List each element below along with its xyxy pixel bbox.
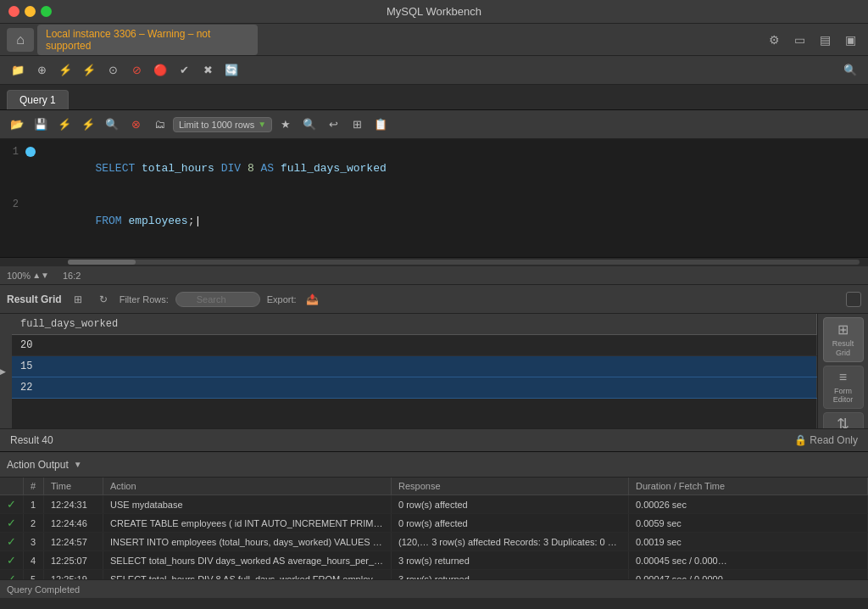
action-output-label: Action Output bbox=[7, 459, 69, 471]
col-response: Response bbox=[392, 478, 629, 495]
minimize-button[interactable] bbox=[25, 6, 36, 17]
editor-status-bar: 100% ▲▼ 16:2 bbox=[0, 266, 868, 285]
sql-line-2: 2 FROM employees; bbox=[0, 195, 868, 248]
col-num: # bbox=[24, 478, 44, 495]
cursor-position: 16:2 bbox=[63, 271, 81, 281]
zoom-up-icon[interactable]: ▲▼ bbox=[32, 271, 49, 280]
instance-label[interactable]: Local instance 3306 – Warning – not supp… bbox=[37, 25, 258, 55]
maximize-button[interactable] bbox=[41, 6, 52, 17]
wrap-icon[interactable]: ↩ bbox=[323, 115, 343, 135]
action-row[interactable]: ✓ 4 12:25:07 SELECT total_hours DIV days… bbox=[0, 551, 868, 570]
column-header-full-days-worked: full_days_worked bbox=[12, 314, 817, 335]
search-wrapper: 🔍 bbox=[175, 292, 260, 307]
action-num: 2 bbox=[24, 514, 44, 533]
action-num: 3 bbox=[24, 533, 44, 551]
grid-view-icon[interactable]: ⊞ bbox=[69, 290, 87, 309]
scrollbar-thumb[interactable] bbox=[68, 260, 136, 265]
grid-panel-icon: ⊞ bbox=[837, 321, 849, 338]
action-response: 0 row(s) affected bbox=[392, 495, 629, 514]
filter-rows-label: Filter Rows: bbox=[120, 294, 169, 304]
query-toolbar: 📂 💾 ⚡ ⚡ 🔍 ⊗ 🗂 Limit to 1000 rows ▼ ★ 🔍 ↩… bbox=[0, 110, 868, 139]
bottom-status-text: Query Completed bbox=[7, 584, 80, 595]
horizontal-scrollbar[interactable] bbox=[0, 258, 868, 266]
open-file-icon[interactable]: 📂 bbox=[7, 115, 27, 135]
table-row[interactable]: 20 bbox=[12, 335, 817, 356]
run-icon[interactable]: ⚡ bbox=[54, 59, 76, 81]
form-panel-icon: ≡ bbox=[839, 370, 847, 385]
close-button[interactable] bbox=[8, 6, 19, 17]
form-editor-panel-label: FormEditor bbox=[833, 387, 854, 405]
refresh-icon[interactable]: ↻ bbox=[94, 290, 113, 309]
db-icon[interactable]: 🔴 bbox=[149, 59, 171, 81]
col-time: Time bbox=[44, 478, 103, 495]
query-tab-1[interactable]: Query 1 bbox=[7, 90, 69, 109]
action-row[interactable]: ✓ 5 12:25:19 SELECT total_hours DIV 8 AS… bbox=[0, 570, 868, 580]
inspector-icon[interactable]: 🔍 bbox=[839, 59, 861, 81]
action-text: SELECT total_hours DIV 8 AS full_days_wo… bbox=[103, 570, 392, 580]
readonly-badge: 🔒 Read Only bbox=[794, 434, 858, 446]
navigate-panel-btn[interactable]: ⇅ bbox=[823, 412, 864, 428]
zoom-control[interactable]: 100% ▲▼ bbox=[7, 271, 49, 281]
action-duration: 0.00045 sec / 0.000… bbox=[629, 551, 868, 570]
bottom-status-bar: Query Completed bbox=[0, 579, 868, 598]
action-duration: 0.0059 sec bbox=[629, 514, 868, 533]
result-status-bar: Result 40 🔒 Read Only bbox=[0, 428, 868, 452]
action-time: 12:25:19 bbox=[44, 570, 103, 580]
run-query-icon[interactable]: ⚡ bbox=[54, 115, 75, 135]
table-row[interactable]: 22 bbox=[12, 377, 817, 399]
run-current-icon[interactable]: ⚡ bbox=[78, 115, 98, 135]
star-icon[interactable]: ★ bbox=[275, 115, 296, 135]
home-button[interactable]: ⌂ bbox=[7, 28, 34, 52]
action-time: 12:24:57 bbox=[44, 533, 103, 551]
result-table: full_days_worked 20 15 22 bbox=[12, 314, 817, 428]
action-row[interactable]: ✓ 2 12:24:46 CREATE TABLE employees ( id… bbox=[0, 514, 868, 533]
save-icon[interactable]: 💾 bbox=[31, 115, 51, 135]
action-response: 3 row(s) returned bbox=[392, 570, 629, 580]
sidebar-icon[interactable]: ▣ bbox=[839, 29, 861, 51]
collapse-panel-button[interactable]: ▶ bbox=[0, 314, 12, 428]
readonly-label: Read Only bbox=[810, 434, 858, 446]
settings-icon[interactable]: ⚙ bbox=[763, 29, 785, 51]
format-icon[interactable]: ⊞ bbox=[347, 115, 367, 135]
run-selected-icon[interactable]: ⚡ bbox=[78, 59, 100, 81]
limit-select[interactable]: Limit to 1000 rows ▼ bbox=[173, 117, 272, 132]
table-row[interactable]: 15 bbox=[12, 356, 817, 377]
commit-icon[interactable]: ✔ bbox=[173, 59, 195, 81]
main-toolbar: ⌂ Local instance 3306 – Warning – not su… bbox=[0, 24, 868, 56]
status-check-icon: ✓ bbox=[7, 554, 16, 567]
explain-icon[interactable]: 🔍 bbox=[102, 115, 122, 135]
tab-bar: Query 1 bbox=[0, 85, 868, 110]
stop-red-icon[interactable]: ⊘ bbox=[125, 59, 147, 81]
result-grid-panel-label: ResultGrid bbox=[832, 339, 854, 358]
search-icon[interactable]: 🔍 bbox=[299, 115, 320, 135]
sql-editor[interactable]: 1 SELECT total_hours DIV 8 AS full_days_… bbox=[0, 139, 868, 258]
stop-query-icon[interactable]: ⊗ bbox=[125, 115, 146, 135]
action-row[interactable]: ✓ 3 12:24:57 INSERT INTO employees (tota… bbox=[0, 533, 868, 551]
export-icon[interactable]: 📤 bbox=[303, 290, 322, 309]
rollback-icon[interactable]: ✖ bbox=[197, 59, 219, 81]
new-tab-icon[interactable]: ⊕ bbox=[31, 59, 53, 81]
action-output-dropdown-icon[interactable]: ▼ bbox=[74, 460, 82, 469]
window-controls[interactable] bbox=[8, 6, 52, 17]
search-input[interactable] bbox=[175, 292, 260, 307]
action-num: 1 bbox=[24, 495, 44, 514]
result-grid-panel-btn[interactable]: ⊞ ResultGrid bbox=[823, 317, 864, 362]
layout-icon[interactable]: ▭ bbox=[788, 29, 810, 51]
snippet-icon[interactable]: 📋 bbox=[370, 115, 391, 135]
panel-icon[interactable]: ▤ bbox=[814, 29, 836, 51]
col-status bbox=[0, 478, 24, 495]
form-editor-panel-btn[interactable]: ≡ FormEditor bbox=[823, 366, 864, 410]
action-num: 4 bbox=[24, 551, 44, 570]
result-checkbox[interactable] bbox=[846, 292, 861, 307]
auto-commit-icon[interactable]: 🔄 bbox=[220, 59, 242, 81]
result-count-text: Result 40 bbox=[10, 434, 53, 446]
window-title: MySQL Workbench bbox=[387, 5, 481, 18]
line-indicator-1 bbox=[25, 147, 36, 157]
col-duration: Duration / Fetch Time bbox=[629, 478, 868, 495]
action-duration: 0.00047 sec / 0.0000… bbox=[629, 570, 868, 580]
action-row[interactable]: ✓ 1 12:24:31 USE mydatabase 0 row(s) aff… bbox=[0, 495, 868, 514]
result-main: ▶ programguru.org full_days_worked 20 15 bbox=[0, 314, 868, 428]
toggle-icon[interactable]: 🗂 bbox=[149, 115, 170, 135]
folder-icon[interactable]: 📁 bbox=[7, 59, 29, 81]
stop-icon[interactable]: ⊙ bbox=[102, 59, 124, 81]
